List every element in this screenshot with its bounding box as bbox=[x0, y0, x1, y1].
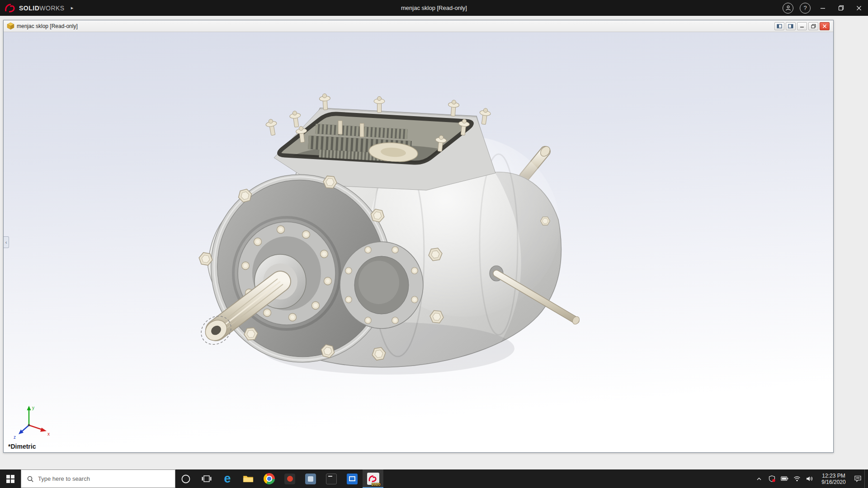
window-pane-left-icon bbox=[777, 24, 782, 28]
taskbar: e 2020 bbox=[0, 469, 868, 488]
notification-badge bbox=[772, 479, 775, 482]
task-view-icon bbox=[202, 475, 212, 483]
side-round-cover[interactable] bbox=[340, 242, 423, 328]
taskbar-app1-button[interactable] bbox=[279, 469, 300, 488]
task-view-button[interactable] bbox=[196, 469, 217, 488]
viewport-3d[interactable]: y x z *Dimetric ‹ bbox=[4, 32, 833, 452]
doc-close-icon bbox=[822, 24, 827, 28]
taskbar-app3-button[interactable] bbox=[342, 469, 363, 488]
taskbar-solidworks-button[interactable]: 2020 bbox=[363, 469, 383, 488]
doc-pane-right-button[interactable] bbox=[786, 22, 796, 30]
document-window: menjac sklop [Read-only] bbox=[3, 20, 834, 453]
help-button[interactable]: ? bbox=[800, 3, 811, 14]
body-side-bolt[interactable] bbox=[541, 217, 550, 225]
start-button[interactable] bbox=[0, 469, 21, 488]
minimize-icon bbox=[820, 5, 826, 11]
app-minimize-button[interactable] bbox=[814, 0, 832, 16]
terminal-icon bbox=[326, 474, 337, 484]
edge-icon: e bbox=[224, 473, 231, 485]
account-button[interactable] bbox=[783, 3, 793, 14]
app-titlebar: SOLIDWORKS ▸ menjac sklop [Read-only] ? bbox=[0, 0, 868, 16]
account-icon bbox=[785, 5, 791, 11]
taskbar-clock[interactable]: 12:23 PM 9/16/2020 bbox=[816, 473, 851, 485]
taskbar-search[interactable] bbox=[21, 469, 175, 488]
clock-date: 9/16/2020 bbox=[816, 479, 851, 485]
file-explorer-icon bbox=[243, 474, 254, 483]
search-input[interactable] bbox=[38, 475, 175, 482]
system-tray: 12:23 PM 9/16/2020 bbox=[753, 469, 868, 488]
menu-expand-arrow-icon[interactable]: ▸ bbox=[71, 5, 74, 11]
taskbar-file-explorer-button[interactable] bbox=[238, 469, 259, 488]
show-desktop-button[interactable] bbox=[864, 469, 867, 488]
tray-volume-button[interactable] bbox=[804, 469, 816, 488]
app-restore-button[interactable] bbox=[832, 0, 850, 16]
chevron-left-icon: ‹ bbox=[5, 239, 7, 245]
solidworks-app-glyph-icon bbox=[368, 475, 377, 483]
blue-app-icon bbox=[305, 474, 316, 484]
doc-restore-icon bbox=[811, 24, 816, 28]
solidworks-version-badge: 2020 bbox=[371, 482, 380, 487]
cortana-icon bbox=[181, 474, 191, 484]
triad-y-arrow-icon bbox=[27, 406, 31, 410]
solidworks-app-icon: 2020 bbox=[367, 473, 379, 485]
screen: SOLIDWORKS ▸ menjac sklop [Read-only] ? bbox=[0, 0, 868, 488]
tray-network-button[interactable] bbox=[791, 469, 803, 488]
action-center-button[interactable] bbox=[852, 469, 863, 488]
taskbar-cortana-button[interactable] bbox=[175, 469, 196, 488]
taskbar-chrome-button[interactable] bbox=[259, 469, 279, 488]
orientation-triad[interactable]: y x z bbox=[10, 404, 52, 440]
windows-logo-icon bbox=[6, 475, 14, 483]
feature-panel-toggle-button[interactable]: ‹ bbox=[4, 236, 9, 248]
battery-icon bbox=[781, 476, 788, 481]
assembly-document-icon bbox=[7, 22, 14, 30]
app-window-controls: ? bbox=[779, 0, 868, 16]
app-window-title: menjac sklop [Read-only] bbox=[401, 5, 467, 11]
triad-x-label: x bbox=[47, 432, 50, 436]
view-orientation-label: *Dimetric bbox=[8, 443, 36, 450]
solidworks-brand: SOLIDWORKS ▸ bbox=[0, 3, 73, 13]
speaker-icon bbox=[806, 476, 813, 482]
doc-pane-left-button[interactable] bbox=[774, 22, 784, 30]
taskbar-edge-button[interactable]: e bbox=[217, 469, 238, 488]
search-icon bbox=[27, 475, 34, 483]
close-icon bbox=[856, 5, 862, 11]
doc-restore-button[interactable] bbox=[808, 22, 818, 30]
document-title: menjac sklop [Read-only] bbox=[17, 23, 78, 29]
wifi-icon bbox=[793, 476, 801, 482]
document-titlebar: menjac sklop [Read-only] bbox=[4, 20, 833, 32]
app-close-button[interactable] bbox=[850, 0, 868, 16]
doc-minimize-button[interactable] bbox=[797, 22, 807, 30]
restore-icon bbox=[838, 5, 844, 11]
shield-icon bbox=[769, 475, 775, 482]
taskbar-app2-button[interactable] bbox=[300, 469, 321, 488]
tray-expand-button[interactable] bbox=[753, 469, 765, 488]
taskbar-terminal-button[interactable] bbox=[321, 469, 342, 488]
triad-z-label: z bbox=[14, 435, 16, 440]
blue-window-app-icon bbox=[347, 474, 358, 484]
window-pane-right-icon bbox=[788, 24, 793, 28]
chrome-icon bbox=[264, 473, 275, 484]
doc-minimize-icon bbox=[800, 24, 804, 28]
triad-y-label: y bbox=[32, 405, 34, 410]
help-icon: ? bbox=[803, 5, 807, 11]
brand-text-works: WORKS bbox=[39, 5, 64, 12]
brand-text-solid: SOLID bbox=[19, 5, 39, 12]
chevron-up-icon bbox=[756, 477, 762, 481]
document-window-controls bbox=[774, 22, 831, 30]
tray-security-button[interactable] bbox=[766, 469, 778, 488]
doc-close-button[interactable] bbox=[820, 22, 830, 30]
tray-battery-button[interactable] bbox=[778, 469, 790, 488]
solidworks-logo-icon bbox=[5, 3, 16, 13]
action-center-icon bbox=[854, 475, 862, 482]
gearbox-model[interactable] bbox=[4, 32, 833, 452]
clock-time: 12:23 PM bbox=[816, 473, 851, 479]
red-app-icon bbox=[284, 474, 295, 484]
triad-x-arrow-icon bbox=[40, 428, 47, 432]
